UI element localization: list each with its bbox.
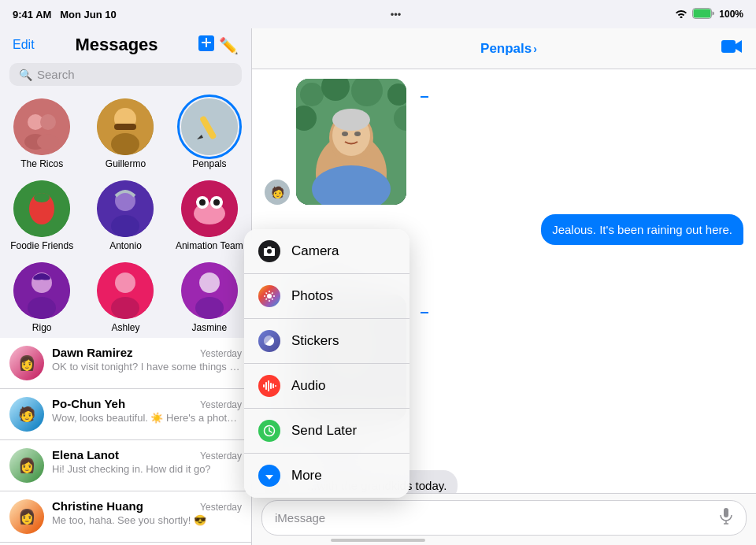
svg-rect-1 [694,9,711,17]
popup-label-send-later: Send Later [291,423,357,439]
popup-item-send-later[interactable]: Send Later [244,409,410,454]
popup-overlay[interactable]: Camera Photos Stickers [0,0,756,545]
svg-rect-69 [270,383,272,389]
time-display: 9:41 AM [13,9,51,20]
status-center: ••• [391,9,402,20]
audio-icon [258,375,280,397]
popup-item-stickers[interactable]: Stickers [244,319,410,364]
popup-label-more: More [291,468,322,484]
popup-item-camera[interactable]: Camera [244,229,410,274]
camera-icon [258,240,280,262]
wifi-icon [675,9,687,20]
photos-icon [258,285,280,307]
send-later-icon [258,420,280,442]
svg-rect-70 [272,384,274,388]
stickers-icon [258,330,280,352]
popup-item-audio[interactable]: Audio [244,364,410,409]
popup-label-stickers: Stickers [291,333,339,349]
svg-rect-67 [265,382,267,390]
svg-rect-68 [268,380,269,391]
battery-icon [692,8,714,21]
battery-percent: 100% [719,9,743,20]
popup-label-photos: Photos [291,288,333,304]
svg-point-65 [267,294,272,298]
status-bar: 9:41 AM Mon Jun 10 ••• 100% [0,0,756,28]
popup-label-camera: Camera [291,243,339,259]
status-time: 9:41 AM Mon Jun 10 [13,9,117,20]
popup-item-more[interactable]: More [244,454,410,498]
popup-menu: Camera Photos Stickers [244,229,410,498]
status-right: 100% [675,8,743,21]
svg-rect-66 [263,384,265,387]
more-icon [258,465,280,487]
svg-rect-71 [275,385,276,387]
popup-item-photos[interactable]: Photos [244,274,410,319]
dots-indicator: ••• [391,9,402,20]
date-display: Mon Jun 10 [60,9,117,20]
popup-label-audio: Audio [291,378,325,394]
